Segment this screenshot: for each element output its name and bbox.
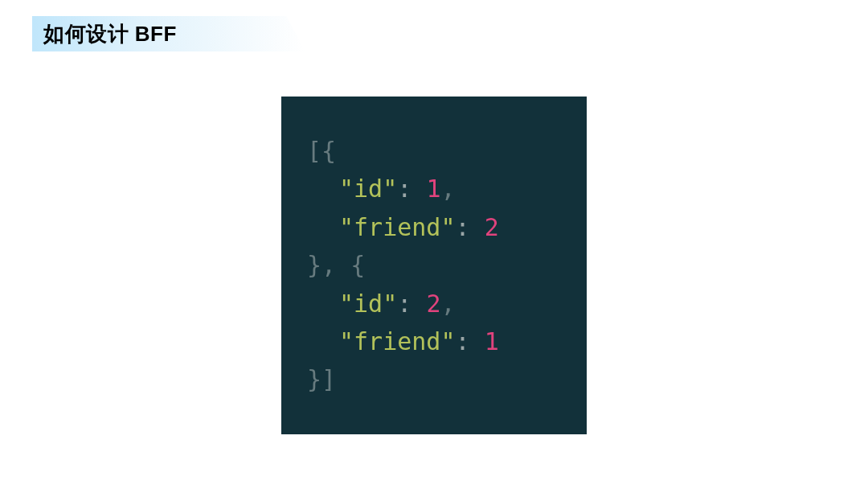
slide-title: 如何设计 BFF — [43, 20, 177, 48]
code-token: [{ — [307, 137, 336, 165]
code-line: "friend": 1 — [307, 323, 561, 360]
code-line: [{ — [307, 132, 561, 170]
code-token: , — [440, 175, 455, 203]
code-line: "id": 2, — [307, 285, 561, 323]
code-token: "friend" — [339, 213, 456, 241]
code-token: : — [456, 327, 485, 355]
code-block: [{"id": 1,"friend": 2}, {"id": 2,"friend… — [281, 97, 587, 434]
code-token: "friend" — [339, 327, 456, 355]
code-token: 1 — [485, 327, 499, 355]
code-line: }, { — [307, 246, 561, 284]
code-token: }] — [307, 365, 336, 393]
code-token: "id" — [339, 175, 397, 203]
code-token: 1 — [426, 175, 440, 203]
code-token: : — [397, 290, 426, 318]
code-token: 2 — [485, 213, 499, 241]
code-line: }] — [307, 360, 561, 398]
code-token: }, { — [307, 251, 365, 279]
code-token: , — [440, 290, 455, 318]
code-token: 2 — [426, 290, 440, 318]
code-token: "id" — [339, 290, 397, 318]
title-banner: 如何设计 BFF — [32, 16, 305, 51]
code-token: : — [456, 213, 485, 241]
code-line: "id": 1, — [307, 170, 561, 208]
code-line: "friend": 2 — [307, 208, 561, 246]
code-token: : — [397, 175, 426, 203]
